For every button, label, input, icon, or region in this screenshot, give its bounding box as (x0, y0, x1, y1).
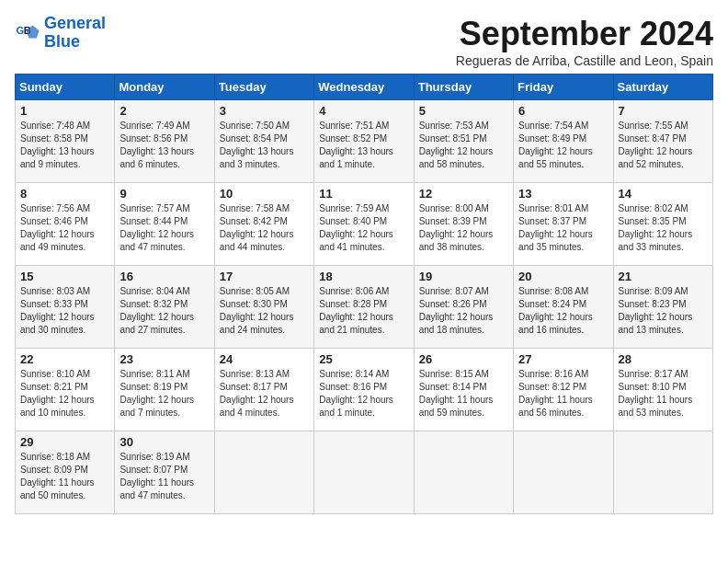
header-wednesday: Wednesday (314, 75, 414, 100)
calendar-cell: 10Sunrise: 7:58 AMSunset: 8:42 PMDayligh… (214, 183, 313, 266)
calendar-week-row: 22Sunrise: 8:10 AMSunset: 8:21 PMDayligh… (16, 349, 713, 431)
calendar-cell: 1Sunrise: 7:48 AMSunset: 8:58 PMDaylight… (16, 100, 115, 183)
calendar-cell: 6Sunrise: 7:54 AMSunset: 8:49 PMDaylight… (514, 100, 613, 183)
cell-sunrise: Sunrise: 8:04 AMSunset: 8:32 PMDaylight:… (119, 286, 194, 335)
calendar-week-row: 1Sunrise: 7:48 AMSunset: 8:58 PMDaylight… (16, 100, 713, 183)
cell-sunrise: Sunrise: 8:10 AMSunset: 8:21 PMDaylight:… (20, 369, 95, 418)
logo-blue: Blue (44, 32, 80, 51)
calendar-cell: 27Sunrise: 8:16 AMSunset: 8:12 PMDayligh… (514, 349, 613, 431)
cell-sunrise: Sunrise: 8:08 AMSunset: 8:24 PMDaylight:… (518, 286, 593, 335)
cell-sunrise: Sunrise: 7:59 AMSunset: 8:40 PMDaylight:… (319, 203, 393, 252)
cell-sunrise: Sunrise: 8:05 AMSunset: 8:30 PMDaylight:… (220, 286, 294, 335)
day-number: 9 (119, 187, 209, 201)
header-thursday: Thursday (414, 75, 513, 100)
logo-text: General Blue (44, 15, 106, 52)
calendar-cell: 2Sunrise: 7:49 AMSunset: 8:56 PMDaylight… (115, 100, 214, 183)
cell-sunrise: Sunrise: 7:50 AMSunset: 8:54 PMDaylight:… (220, 121, 294, 169)
calendar-cell: 14Sunrise: 8:02 AMSunset: 8:35 PMDayligh… (613, 183, 712, 266)
day-number: 18 (319, 270, 408, 283)
logo-general: General (44, 14, 106, 32)
cell-sunrise: Sunrise: 8:18 AMSunset: 8:09 PMDaylight:… (20, 452, 95, 500)
day-number: 14 (619, 187, 708, 201)
calendar-week-row: 8Sunrise: 7:56 AMSunset: 8:46 PMDaylight… (16, 183, 713, 266)
cell-sunrise: Sunrise: 8:15 AMSunset: 8:14 PMDaylight:… (419, 369, 494, 418)
calendar-cell: 4Sunrise: 7:51 AMSunset: 8:52 PMDaylight… (314, 100, 414, 183)
day-number: 13 (518, 187, 608, 201)
header-sunday: Sunday (16, 75, 115, 100)
cell-sunrise: Sunrise: 8:14 AMSunset: 8:16 PMDaylight:… (319, 369, 393, 418)
calendar-cell (414, 431, 513, 514)
calendar-cell: 23Sunrise: 8:11 AMSunset: 8:19 PMDayligh… (115, 349, 214, 431)
calendar-cell: 3Sunrise: 7:50 AMSunset: 8:54 PMDaylight… (214, 100, 313, 183)
calendar-cell: 15Sunrise: 8:03 AMSunset: 8:33 PMDayligh… (16, 266, 115, 349)
day-number: 11 (319, 187, 408, 201)
calendar-cell (314, 431, 414, 514)
calendar-cell: 28Sunrise: 8:17 AMSunset: 8:10 PMDayligh… (613, 349, 712, 431)
day-number: 15 (20, 270, 109, 283)
calendar-cell: 5Sunrise: 7:53 AMSunset: 8:51 PMDaylight… (414, 100, 513, 183)
day-number: 8 (20, 187, 109, 201)
day-number: 21 (619, 270, 708, 283)
calendar-cell: 22Sunrise: 8:10 AMSunset: 8:21 PMDayligh… (16, 349, 115, 431)
calendar-table: SundayMondayTuesdayWednesdayThursdayFrid… (15, 74, 713, 514)
cell-sunrise: Sunrise: 8:06 AMSunset: 8:28 PMDaylight:… (319, 286, 393, 335)
calendar-cell: 20Sunrise: 8:08 AMSunset: 8:24 PMDayligh… (514, 266, 613, 349)
cell-sunrise: Sunrise: 8:16 AMSunset: 8:12 PMDaylight:… (518, 369, 593, 418)
day-number: 16 (119, 270, 209, 283)
calendar-cell: 29Sunrise: 8:18 AMSunset: 8:09 PMDayligh… (16, 431, 115, 514)
logo: G B General Blue (15, 15, 106, 52)
day-number: 25 (319, 352, 408, 366)
calendar-cell: 21Sunrise: 8:09 AMSunset: 8:23 PMDayligh… (613, 266, 712, 349)
calendar-cell: 9Sunrise: 7:57 AMSunset: 8:44 PMDaylight… (115, 183, 214, 266)
day-number: 27 (518, 352, 608, 366)
calendar-cell: 24Sunrise: 8:13 AMSunset: 8:17 PMDayligh… (214, 349, 313, 431)
header-tuesday: Tuesday (214, 75, 313, 100)
cell-sunrise: Sunrise: 7:49 AMSunset: 8:56 PMDaylight:… (119, 121, 194, 169)
cell-sunrise: Sunrise: 7:51 AMSunset: 8:52 PMDaylight:… (319, 121, 393, 169)
calendar-week-row: 15Sunrise: 8:03 AMSunset: 8:33 PMDayligh… (16, 266, 713, 349)
cell-sunrise: Sunrise: 8:17 AMSunset: 8:10 PMDaylight:… (619, 369, 693, 418)
calendar-cell: 17Sunrise: 8:05 AMSunset: 8:30 PMDayligh… (214, 266, 313, 349)
calendar-cell: 30Sunrise: 8:19 AMSunset: 8:07 PMDayligh… (115, 431, 214, 514)
cell-sunrise: Sunrise: 8:11 AMSunset: 8:19 PMDaylight:… (119, 369, 194, 418)
day-number: 20 (518, 270, 608, 283)
cell-sunrise: Sunrise: 7:58 AMSunset: 8:42 PMDaylight:… (220, 203, 294, 252)
header-saturday: Saturday (613, 75, 712, 100)
day-number: 1 (20, 104, 109, 118)
header-monday: Monday (115, 75, 214, 100)
day-number: 17 (220, 270, 309, 283)
cell-sunrise: Sunrise: 8:13 AMSunset: 8:17 PMDaylight:… (220, 369, 294, 418)
cell-sunrise: Sunrise: 8:01 AMSunset: 8:37 PMDaylight:… (518, 203, 593, 252)
calendar-cell: 26Sunrise: 8:15 AMSunset: 8:14 PMDayligh… (414, 349, 513, 431)
calendar-cell: 25Sunrise: 8:14 AMSunset: 8:16 PMDayligh… (314, 349, 414, 431)
cell-sunrise: Sunrise: 8:00 AMSunset: 8:39 PMDaylight:… (419, 203, 494, 252)
cell-sunrise: Sunrise: 7:55 AMSunset: 8:47 PMDaylight:… (619, 121, 693, 169)
calendar-cell: 13Sunrise: 8:01 AMSunset: 8:37 PMDayligh… (514, 183, 613, 266)
cell-sunrise: Sunrise: 7:48 AMSunset: 8:58 PMDaylight:… (20, 121, 95, 169)
calendar-week-row: 29Sunrise: 8:18 AMSunset: 8:09 PMDayligh… (16, 431, 713, 514)
header-friday: Friday (514, 75, 613, 100)
day-number: 10 (220, 187, 309, 201)
cell-sunrise: Sunrise: 7:57 AMSunset: 8:44 PMDaylight:… (119, 203, 194, 252)
cell-sunrise: Sunrise: 8:07 AMSunset: 8:26 PMDaylight:… (419, 286, 494, 335)
calendar-cell: 16Sunrise: 8:04 AMSunset: 8:32 PMDayligh… (115, 266, 214, 349)
day-number: 6 (518, 104, 608, 118)
calendar-cell: 7Sunrise: 7:55 AMSunset: 8:47 PMDaylight… (613, 100, 712, 183)
cell-sunrise: Sunrise: 7:54 AMSunset: 8:49 PMDaylight:… (518, 121, 593, 169)
day-number: 2 (119, 104, 209, 118)
cell-sunrise: Sunrise: 8:09 AMSunset: 8:23 PMDaylight:… (619, 286, 693, 335)
calendar-cell (514, 431, 613, 514)
day-number: 5 (419, 104, 508, 118)
svg-text:G: G (16, 25, 24, 36)
day-number: 28 (619, 352, 708, 366)
calendar-cell: 18Sunrise: 8:06 AMSunset: 8:28 PMDayligh… (314, 266, 414, 349)
location-subtitle: Regueras de Arriba, Castille and Leon, S… (456, 53, 713, 68)
day-number: 29 (20, 435, 109, 449)
page-header: G B General Blue September 2024 Regueras… (15, 15, 713, 68)
day-number: 7 (619, 104, 708, 118)
day-number: 24 (220, 352, 309, 366)
calendar-cell: 8Sunrise: 7:56 AMSunset: 8:46 PMDaylight… (16, 183, 115, 266)
day-number: 3 (220, 104, 309, 118)
day-number: 26 (419, 352, 508, 366)
day-number: 30 (119, 435, 209, 449)
